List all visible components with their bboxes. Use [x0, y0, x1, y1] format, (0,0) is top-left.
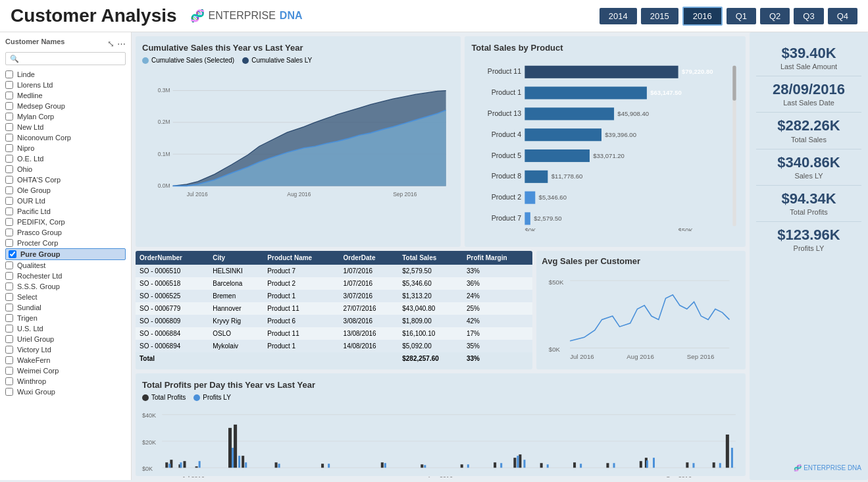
customer-item[interactable]: Pacific Ltd [5, 206, 126, 217]
customer-item[interactable]: Uriel Group [5, 334, 126, 344]
svg-text:Product 7: Product 7 [492, 214, 521, 222]
svg-text:$79,220.80: $79,220.80 [682, 68, 713, 76]
customer-checkbox[interactable] [5, 346, 13, 354]
customer-checkbox[interactable] [5, 335, 13, 343]
svg-rect-82 [238, 456, 240, 468]
customer-checkbox[interactable] [5, 367, 13, 375]
q1-button[interactable]: Q1 [727, 8, 756, 24]
customer-checkbox[interactable] [5, 186, 13, 194]
svg-text:0.2M: 0.2M [158, 119, 170, 125]
svg-text:Jul 2016: Jul 2016 [570, 353, 594, 360]
svg-text:$39,396.00: $39,396.00 [605, 131, 637, 138]
customer-item[interactable]: WakeFern [5, 355, 126, 365]
customer-checkbox[interactable] [5, 81, 13, 89]
customer-item[interactable]: S.S.S. Group [5, 281, 126, 292]
customer-checkbox[interactable] [5, 113, 13, 120]
customer-item[interactable]: Victory Ltd [5, 344, 126, 355]
customer-checkbox[interactable] [5, 123, 13, 131]
customer-item[interactable]: Llorens Ltd [5, 80, 126, 90]
customer-checkbox[interactable] [5, 228, 13, 236]
customer-item[interactable]: Prasco Group [5, 227, 126, 238]
customer-item[interactable]: Nipro [5, 143, 126, 153]
customer-checkbox[interactable] [5, 272, 13, 280]
customer-name: Procter Corp [17, 239, 58, 247]
kpi-item: $282.26KTotal Sales [756, 113, 861, 149]
customer-checkbox[interactable] [5, 165, 13, 173]
customer-name: Pure Group [20, 250, 61, 258]
customer-item[interactable]: U.S. Ltd [5, 323, 126, 334]
customer-item[interactable]: OHTA'S Corp [5, 174, 126, 185]
q3-button[interactable]: Q3 [794, 8, 823, 24]
customer-item[interactable]: PEDIFIX, Corp [5, 217, 126, 227]
cumulative-legend: Cumulative Sales (Selected) Cumulative S… [142, 57, 454, 64]
customer-item[interactable]: Mylan Corp [5, 111, 126, 122]
customer-checkbox[interactable] [5, 134, 13, 142]
kpi-item: $94.34KTotal Profits [756, 186, 861, 222]
customer-checkbox[interactable] [5, 325, 13, 333]
customer-item[interactable]: Rochester Ltd [5, 271, 126, 281]
customer-checkbox[interactable] [5, 388, 13, 396]
customer-item[interactable]: Procter Corp [5, 238, 126, 248]
customer-item[interactable]: Sundial [5, 302, 126, 313]
customer-item[interactable]: Pure Group [5, 248, 126, 260]
customer-checkbox[interactable] [5, 293, 13, 301]
customer-checkbox[interactable] [5, 282, 13, 290]
customer-checkbox[interactable] [5, 218, 13, 226]
customer-item[interactable]: Wuxi Group [5, 387, 126, 397]
kpi-label: Sales LY [756, 172, 861, 180]
customer-checkbox[interactable] [5, 314, 13, 322]
customer-checkbox[interactable] [5, 207, 13, 215]
year-2014-button[interactable]: 2014 [600, 8, 637, 24]
q4-button[interactable]: Q4 [828, 8, 857, 24]
customer-item[interactable]: Winthrop [5, 376, 126, 387]
customer-name: Nipro [17, 144, 34, 152]
kpi-value: 28/09/2016 [756, 82, 861, 97]
legend-selected-label: Cumulative Sales (Selected) [151, 57, 234, 64]
customer-item[interactable]: Ole Group [5, 185, 126, 196]
customer-item[interactable]: Trigen [5, 313, 126, 323]
customer-item[interactable]: O.E. Ltd [5, 153, 126, 164]
customer-item[interactable]: Medsep Group [5, 101, 126, 111]
year-2015-button[interactable]: 2015 [641, 8, 678, 24]
customer-item[interactable]: Qualitest [5, 260, 126, 271]
customer-checkbox[interactable] [5, 261, 13, 269]
svg-rect-60 [234, 425, 237, 468]
brand: 🧬 ENTERPRISE DNA [190, 9, 303, 23]
year-2016-button[interactable]: 2016 [682, 7, 723, 26]
customer-item[interactable]: Weimei Corp [5, 365, 126, 376]
customer-item[interactable]: New Ltd [5, 122, 126, 132]
customer-checkbox[interactable] [5, 92, 13, 99]
svg-text:Sep 2016: Sep 2016 [687, 353, 714, 360]
orders-table: OrderNumber City Product Name OrderDate … [136, 251, 532, 365]
customer-item[interactable]: Niconovum Corp [5, 132, 126, 143]
customer-item[interactable]: Select [5, 292, 126, 302]
customer-checkbox[interactable] [5, 176, 13, 184]
customer-name: Victory Ltd [17, 346, 51, 354]
customer-search-input[interactable] [5, 52, 126, 65]
middle-row: OrderNumber City Product Name OrderDate … [136, 251, 746, 369]
sidebar-menu-button[interactable]: ⋯ [117, 39, 126, 49]
svg-rect-93 [580, 464, 582, 468]
customer-checkbox[interactable] [5, 304, 13, 311]
customer-checkbox[interactable] [5, 239, 13, 247]
customer-checkbox[interactable] [9, 250, 16, 258]
customer-name: New Ltd [17, 123, 43, 131]
customer-item[interactable]: Medline [5, 90, 126, 101]
svg-rect-97 [692, 463, 694, 468]
customer-checkbox[interactable] [5, 377, 13, 385]
customer-checkbox[interactable] [5, 356, 13, 364]
legend-total-profits-label: Total Profits [151, 394, 186, 401]
customer-checkbox[interactable] [5, 70, 13, 78]
customer-checkbox[interactable] [5, 144, 13, 152]
customer-checkbox[interactable] [5, 155, 13, 163]
sidebar-resize-button[interactable]: ⤡ [107, 39, 115, 49]
profits-legend: Total Profits Profits LY [142, 394, 739, 401]
customer-name: WakeFern [17, 356, 50, 364]
customer-item[interactable]: Ohio [5, 164, 126, 174]
customer-checkbox[interactable] [5, 102, 13, 110]
customer-checkbox[interactable] [5, 197, 13, 205]
kpi-label: Profits LY [756, 244, 861, 252]
customer-item[interactable]: Linde [5, 69, 126, 80]
customer-item[interactable]: OUR Ltd [5, 196, 126, 206]
q2-button[interactable]: Q2 [760, 8, 790, 24]
